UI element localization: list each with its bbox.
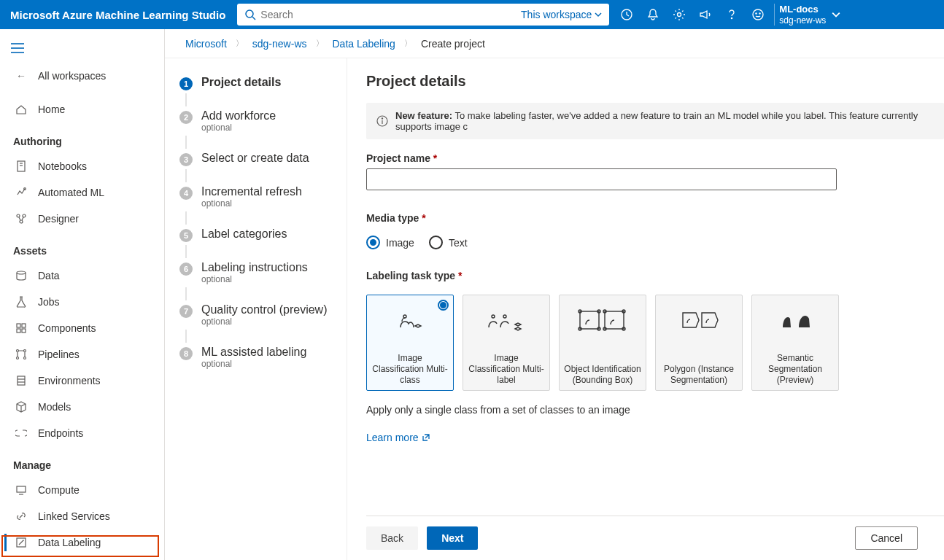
- clock-icon[interactable]: [614, 0, 640, 29]
- crumb-data-labeling[interactable]: Data Labeling: [333, 38, 395, 50]
- media-type-image-radio[interactable]: Image: [366, 236, 414, 249]
- step-title: Incremental refresh: [201, 185, 302, 198]
- data-icon: [15, 271, 28, 281]
- search-input[interactable]: [260, 4, 514, 26]
- sidebar-item-environments[interactable]: Environments: [0, 368, 164, 394]
- step-number: 2: [179, 111, 193, 124]
- notebook-icon: [15, 160, 28, 172]
- sidebar-item-label: All workspaces: [38, 70, 106, 82]
- sidebar-item-endpoints[interactable]: Endpoints: [0, 420, 164, 446]
- step-label-categories[interactable]: 5Label categories: [179, 228, 338, 242]
- step-quality-control[interactable]: 7Quality control (preview)optional: [179, 303, 338, 327]
- step-select-data[interactable]: 3Select or create data: [179, 152, 338, 166]
- back-button[interactable]: Back: [366, 526, 418, 550]
- tile-label: Image Classification Multi-class: [371, 353, 449, 386]
- label-icon: [15, 537, 28, 548]
- tile-radio: [438, 300, 449, 311]
- step-labeling-instructions[interactable]: 6Labeling instructionsoptional: [179, 261, 338, 284]
- crumb-microsoft[interactable]: Microsoft: [185, 38, 227, 50]
- media-type-label: Media type *: [366, 212, 944, 224]
- svg-point-17: [20, 220, 23, 223]
- sidebar-section-manage: Manage: [0, 446, 164, 477]
- tile-classification-multilabel[interactable]: Image Classification Multi-label: [463, 295, 550, 391]
- megaphone-icon[interactable]: [692, 0, 719, 29]
- step-add-workforce[interactable]: 2Add workforceoptional: [179, 109, 338, 133]
- app-title: Microsoft Azure Machine Learning Studio: [0, 9, 236, 21]
- polygon-icon: [678, 306, 719, 335]
- radio-label: Text: [449, 237, 468, 249]
- link-icon: [15, 510, 28, 522]
- search-icon: [244, 9, 256, 20]
- cancel-button[interactable]: Cancel: [855, 526, 918, 550]
- hamburger-icon[interactable]: [3, 34, 32, 63]
- sidebar-item-label: Components: [38, 322, 96, 334]
- sidebar-item-label: Notebooks: [38, 160, 87, 172]
- step-optional: optional: [201, 122, 276, 133]
- search-box[interactable]: This workspace: [237, 4, 609, 26]
- content-panel: Project details New feature: To make lab…: [347, 58, 944, 560]
- step-connector: [185, 93, 187, 106]
- sidebar-item-label: Data Labeling: [38, 537, 101, 548]
- tile-label: Semantic Segmentation (Preview): [757, 353, 834, 386]
- svg-rect-22: [22, 329, 26, 332]
- sidebar-item-jobs[interactable]: Jobs: [0, 289, 164, 315]
- step-number: 1: [179, 77, 193, 90]
- svg-point-35: [382, 118, 382, 119]
- step-connector: [185, 211, 187, 225]
- step-number: 6: [179, 262, 193, 276]
- sidebar-item-automated-ml[interactable]: Automated ML: [0, 179, 164, 206]
- task-description: Apply only a single class from a set of …: [366, 404, 944, 416]
- sidebar-item-designer[interactable]: Designer: [0, 206, 164, 232]
- sidebar-item-all-workspaces[interactable]: ←All workspaces: [0, 63, 164, 89]
- sidebar-item-linked-services[interactable]: Linked Services: [0, 503, 164, 529]
- tile-classification-multiclass[interactable]: Image Classification Multi-class: [366, 295, 454, 391]
- account-switcher[interactable]: ML-docs sdg-new-ws: [774, 4, 851, 26]
- chevron-right-icon: 〉: [236, 38, 244, 49]
- sidebar-item-label: Endpoints: [38, 427, 83, 439]
- breadcrumb: Microsoft〉 sdg-new-ws〉 Data Labeling〉 Cr…: [165, 29, 944, 58]
- step-number: 5: [179, 229, 193, 242]
- step-connector: [185, 245, 187, 258]
- sidebar-item-pipelines[interactable]: Pipelines: [0, 341, 164, 368]
- sidebar-item-notebooks[interactable]: Notebooks: [0, 153, 164, 179]
- step-connector: [185, 136, 187, 149]
- sidebar-item-models[interactable]: Models: [0, 394, 164, 420]
- sidebar-item-label: Models: [38, 401, 71, 413]
- next-button[interactable]: Next: [427, 526, 478, 550]
- back-arrow-icon: ←: [15, 70, 28, 82]
- sidebar-section-assets: Assets: [0, 232, 164, 262]
- learn-more-link[interactable]: Learn more: [366, 432, 944, 443]
- svg-rect-21: [17, 329, 20, 332]
- project-name-input[interactable]: [366, 168, 837, 190]
- tile-label: Image Classification Multi-label: [468, 353, 545, 386]
- sidebar-item-compute[interactable]: Compute: [0, 477, 164, 503]
- tile-semantic-segmentation[interactable]: Semantic Segmentation (Preview): [751, 295, 839, 391]
- info-banner-text: To make labeling faster, we've added a n…: [395, 110, 918, 132]
- pipeline-icon: [15, 349, 28, 360]
- notifications-icon[interactable]: [640, 0, 666, 29]
- sidebar-item-label: Linked Services: [38, 510, 110, 522]
- components-icon: [15, 322, 28, 334]
- task-type-label: Labeling task type *: [366, 270, 944, 281]
- sidebar-item-data[interactable]: Data: [0, 262, 164, 289]
- step-title: Project details: [201, 76, 281, 89]
- step-incremental-refresh[interactable]: 4Incremental refreshoptional: [179, 185, 338, 209]
- feedback-icon[interactable]: [745, 0, 771, 29]
- tile-polygon-segmentation[interactable]: Polygon (Instance Segmentation): [655, 295, 743, 391]
- step-ml-assisted[interactable]: 8ML assisted labelingoptional: [179, 346, 338, 369]
- media-type-text-radio[interactable]: Text: [429, 236, 468, 249]
- search-scope-dropdown[interactable]: This workspace: [514, 9, 609, 20]
- step-number: 8: [179, 347, 193, 360]
- step-optional: optional: [201, 359, 306, 369]
- help-icon[interactable]: [719, 0, 745, 29]
- step-project-details[interactable]: 1Project details: [179, 76, 338, 90]
- search-scope-label: This workspace: [521, 9, 592, 20]
- crumb-workspace[interactable]: sdg-new-ws: [252, 38, 307, 50]
- settings-icon[interactable]: [666, 0, 692, 29]
- sidebar-item-components[interactable]: Components: [0, 315, 164, 341]
- sidebar-item-data-labeling[interactable]: Data Labeling: [0, 529, 164, 556]
- sidebar-item-home[interactable]: Home: [0, 96, 164, 122]
- tile-object-detection[interactable]: Object Identification (Bounding Box): [559, 295, 646, 391]
- multilabel-icon: [484, 306, 528, 335]
- svg-point-23: [17, 350, 19, 352]
